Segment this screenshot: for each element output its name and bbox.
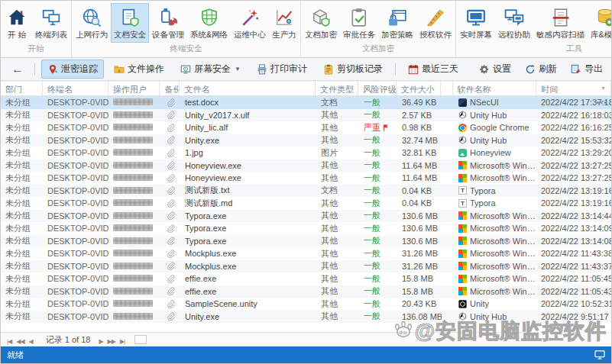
ribbon-group-label: 工具 xyxy=(457,43,611,57)
ribbon-item-device-management[interactable]: 设备管理 xyxy=(149,3,187,43)
page-input[interactable] xyxy=(134,335,147,344)
column-header-terminal[interactable]: 终端名 xyxy=(43,82,108,95)
toolbar-button-settings-gear[interactable]: 设置 xyxy=(477,60,513,79)
toolbar-button-print-audit[interactable]: 打印审计 xyxy=(251,60,313,79)
table-row[interactable]: 未分组DESKTOP-0VIDMDJ测试新版.txt文档一般0.04 KBTTy… xyxy=(1,185,611,198)
table-row[interactable]: 未分组DESKTOP-0VIDMDJ1.jpg图片一般32.81 KBHoney… xyxy=(1,147,611,159)
cell-dept: 未分组 xyxy=(1,248,43,259)
table-row[interactable]: 未分组DESKTOP-0VIDMDJUnity.exe其他一般136.08 MB… xyxy=(1,311,611,324)
table-row[interactable]: 未分组DESKTOP-0VIDMDJSampleScene.unity其他一般2… xyxy=(1,298,611,311)
status-text: 就绪 xyxy=(7,350,24,361)
column-header-dept[interactable]: 部门 xyxy=(1,82,43,95)
cell-filetype: 其他 xyxy=(316,235,359,246)
table-row[interactable]: 未分组DESKTOP-0VIDMDJTypora.exe其他一般130.6 MB… xyxy=(1,210,611,223)
ribbon-item-home[interactable]: 开 始 xyxy=(2,3,32,43)
cell-filetype: 其他 xyxy=(316,198,359,209)
cell-terminal: DESKTOP-0VIDMDJ xyxy=(43,136,108,145)
toolbar-button-screen-security[interactable]: 屏幕安全▼ xyxy=(174,60,247,79)
ribbon-item-ops-center[interactable]: 运维中心 xyxy=(231,3,269,43)
table-row[interactable]: 未分组DESKTOP-0VIDMDJeffie.exe其他一般15.8 MBMi… xyxy=(1,272,611,285)
ribbon-item-internet-behavior[interactable]: 上网行为 xyxy=(73,3,111,43)
software-name: Unity xyxy=(470,299,489,308)
ribbon-item-document-security[interactable]: 文档安全 xyxy=(111,3,149,43)
cell-terminal: DESKTOP-0VIDMDJ xyxy=(43,198,108,208)
ribbon-item-remote-assist[interactable]: 远程协助 xyxy=(495,3,533,43)
table-row[interactable]: 未分组DESKTOP-0VIDMDJeffie.exe其他一般15.8 MBMi… xyxy=(1,285,611,298)
table-row[interactable]: 未分组DESKTOP-0VIDMDJHoneyview.exe其他一般11.64… xyxy=(1,159,611,172)
ribbon-item-library-template[interactable]: 库&模板 xyxy=(588,3,611,43)
remote-assist-icon xyxy=(504,7,524,28)
cell-filetype: 其他 xyxy=(316,159,359,171)
ribbon-item-productivity[interactable]: 生产力 xyxy=(269,3,300,43)
row-more-icon[interactable]: ••• xyxy=(596,98,607,107)
ribbon-item-sensitive-scan[interactable]: 敏感内容扫描 xyxy=(533,3,588,43)
ribbon-item-realtime-screen[interactable]: 实时屏幕 xyxy=(457,3,495,43)
table-row[interactable]: 未分组DESKTOP-0VIDMDJTypora.exe其他一般130.6 MB… xyxy=(1,235,611,248)
column-header-filename[interactable]: 文件名 xyxy=(180,82,316,95)
cell-user xyxy=(108,211,160,221)
last-page-button[interactable]: ▶| xyxy=(120,338,125,345)
cell-user xyxy=(108,249,160,258)
back-arrow-icon[interactable]: ← xyxy=(7,63,28,76)
ribbon-item-label: 审批任务 xyxy=(343,30,375,40)
column-header-backup[interactable]: 备份 xyxy=(160,82,180,95)
toolbar-button-refresh[interactable]: 刷新 xyxy=(523,60,559,79)
cell-risk: 严重 xyxy=(359,122,397,134)
cell-filename: Unity_lic.alf xyxy=(180,123,316,132)
toolbar-button-export[interactable]: 导出 xyxy=(568,60,605,79)
windows-icon xyxy=(458,224,467,233)
ribbon-item-doc-encrypt[interactable]: 文档加密 xyxy=(302,3,340,43)
filter-caret-icon[interactable]: ▼ xyxy=(601,85,606,91)
fast-next-page-button[interactable]: ▶▶ xyxy=(108,338,115,345)
risk-badge: 一般 xyxy=(364,286,380,295)
table-row[interactable]: 未分组DESKTOP-0VIDMDJUnity.exe其他一般32.74 MBU… xyxy=(1,134,611,147)
redacted-username xyxy=(113,313,153,320)
column-header-filetype[interactable]: 文件类型 xyxy=(316,82,358,95)
column-header-software[interactable]: 软件名称 xyxy=(453,82,537,95)
ribbon-item-encrypt-policy[interactable]: 加密策略 xyxy=(378,3,416,43)
cell-filesize: 32.81 KB xyxy=(397,148,442,157)
column-header-time[interactable]: 时间▼ xyxy=(536,82,611,95)
toolbar-button-leak-trace[interactable]: 泄密追踪 xyxy=(41,60,104,79)
table-row[interactable]: 未分组DESKTOP-0VIDMDJHoneyview.exe其他一般11.64… xyxy=(1,172,611,185)
toolbar-button-recent-days[interactable]: 最近三天 xyxy=(402,60,465,79)
cell-filesize: 130.6 MB xyxy=(397,237,442,246)
cell-time: 2022/4/22 16:18:03 xyxy=(538,111,611,120)
prev-page-button[interactable]: ◀ xyxy=(29,338,33,345)
fast-prev-page-button[interactable]: ◀◀ xyxy=(16,338,24,345)
column-header-filesize[interactable]: 文件大小 xyxy=(397,82,441,95)
column-header-risk[interactable]: 风险评级 xyxy=(358,82,397,95)
cell-terminal: DESKTOP-0VIDMDJ xyxy=(43,249,108,258)
first-page-button[interactable]: |◀ xyxy=(7,338,11,345)
toolbar-button-clipboard-record[interactable]: 剪切板记录 xyxy=(317,60,389,79)
table-row[interactable]: 未分组DESKTOP-0VIDMDJMockplus.exe其他一般31.26 … xyxy=(1,247,611,260)
table-row[interactable]: 未分组DESKTOP-0VIDMDJTypora.exe其他一般130.6 MB… xyxy=(1,222,611,235)
table-row[interactable]: 未分组DESKTOP-0VIDMDJtest.docx文档一般36.49 KBN… xyxy=(1,96,611,109)
cell-filesize: 11.64 MB xyxy=(397,173,442,182)
column-header-spacer[interactable] xyxy=(441,82,453,95)
cell-dept: 未分组 xyxy=(1,134,43,146)
ribbon-item-system-network[interactable]: 系统&网络 xyxy=(187,3,231,43)
table-row[interactable]: 未分组DESKTOP-0VIDMDJMockplus.exe其他一般31.26 … xyxy=(1,260,611,273)
cell-software: Google Chrome xyxy=(454,123,538,132)
next-page-button[interactable]: ▶ xyxy=(99,338,102,345)
ribbon-item-licensed-software[interactable]: 授权软件 xyxy=(416,3,455,43)
table-row[interactable]: 未分组DESKTOP-0VIDMDJUnity_lic.alf其他严重0.98 … xyxy=(1,121,611,134)
redacted-username xyxy=(113,111,153,118)
toolbar-button-label: 剪切板记录 xyxy=(337,63,383,76)
toolbar-button-file-ops[interactable]: 文件操作 xyxy=(108,60,170,79)
table-row[interactable]: 未分组DESKTOP-0VIDMDJUnity_v2017.x.ulf其他一般2… xyxy=(1,109,611,122)
cell-dept: 未分组 xyxy=(1,122,43,134)
cell-filename: 测试新版.txt xyxy=(180,185,316,196)
cell-filetype: 其他 xyxy=(316,311,359,322)
ribbon-item-terminal-list[interactable]: 终端列表 xyxy=(32,3,70,43)
cell-time: 2022/4/22 10:52:31 xyxy=(538,299,611,308)
print-audit-icon xyxy=(257,64,267,75)
redacted-username xyxy=(113,199,153,206)
table-row[interactable]: 未分组DESKTOP-0VIDMDJ测试新版.md其他一般0.04 KBTTyp… xyxy=(1,197,611,210)
library-template-icon xyxy=(595,7,611,28)
column-header-user[interactable]: 操作用户 xyxy=(108,82,160,95)
ribbon-item-approve-task[interactable]: 审批任务 xyxy=(340,3,378,43)
cell-terminal: DESKTOP-0VIDMDJ xyxy=(43,98,108,107)
paperclip-icon xyxy=(167,312,175,321)
